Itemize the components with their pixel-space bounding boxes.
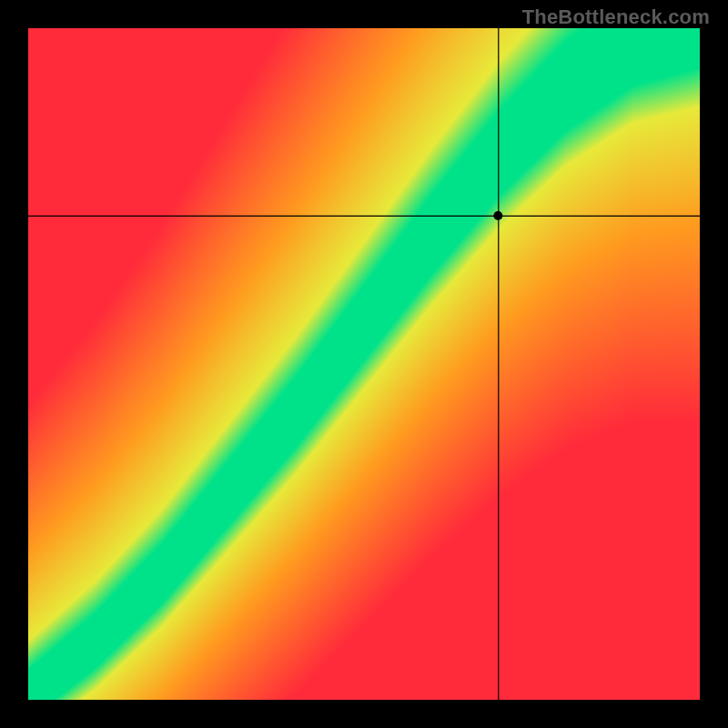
- bottleneck-heatmap: [27, 27, 701, 701]
- watermark-label: TheBottleneck.com: [522, 5, 710, 29]
- chart-frame: TheBottleneck.com: [0, 0, 728, 728]
